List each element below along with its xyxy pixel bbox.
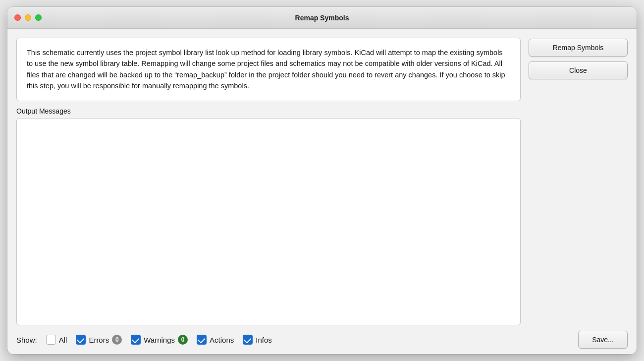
titlebar: Remap Symbols xyxy=(7,7,637,29)
window-title: Remap Symbols xyxy=(295,14,349,22)
show-label: Show: xyxy=(16,336,37,344)
filter-actions: Actions xyxy=(197,335,234,345)
close-button[interactable] xyxy=(14,14,21,21)
main-content: This schematic currently uses the projec… xyxy=(7,29,637,325)
info-text: This schematic currently uses the projec… xyxy=(27,49,505,90)
left-panel: This schematic currently uses the projec… xyxy=(16,38,521,325)
warnings-badge: 0 xyxy=(178,335,188,345)
all-label: All xyxy=(59,336,67,344)
errors-checkbox-wrapper[interactable] xyxy=(76,335,86,345)
infos-checkbox[interactable] xyxy=(243,335,253,345)
errors-checkbox[interactable] xyxy=(76,335,86,345)
maximize-button[interactable] xyxy=(35,14,42,21)
warnings-label: Warnings xyxy=(144,336,175,344)
warnings-checkbox-wrapper[interactable] xyxy=(131,335,141,345)
filter-infos: Infos xyxy=(243,335,272,345)
remap-symbols-button[interactable]: Remap Symbols xyxy=(529,39,628,57)
filter-all: All xyxy=(46,335,67,345)
warnings-checkbox[interactable] xyxy=(131,335,141,345)
all-checkbox-wrapper[interactable] xyxy=(46,335,56,345)
filter-warnings: Warnings 0 xyxy=(131,335,188,345)
minimize-button[interactable] xyxy=(25,14,31,21)
main-window: Remap Symbols This schematic currently u… xyxy=(7,7,637,354)
errors-badge: 0 xyxy=(112,335,122,345)
errors-label: Errors xyxy=(89,336,109,344)
close-button-right[interactable]: Close xyxy=(529,61,628,79)
all-checkbox[interactable] xyxy=(46,335,56,345)
traffic-lights xyxy=(14,14,42,21)
info-box: This schematic currently uses the projec… xyxy=(16,38,521,101)
actions-checkbox-wrapper[interactable] xyxy=(197,335,207,345)
save-button[interactable]: Save... xyxy=(578,331,628,349)
infos-checkbox-wrapper[interactable] xyxy=(243,335,253,345)
filter-errors: Errors 0 xyxy=(76,335,122,345)
output-label: Output Messages xyxy=(16,107,521,115)
actions-checkbox[interactable] xyxy=(197,335,207,345)
output-section: Output Messages xyxy=(16,107,521,325)
infos-label: Infos xyxy=(256,336,272,344)
output-area[interactable] xyxy=(16,118,521,325)
actions-label: Actions xyxy=(210,336,234,344)
right-panel: Remap Symbols Close xyxy=(529,38,628,325)
bottom-bar: Show: All Errors 0 Warnings 0 xyxy=(7,325,637,354)
